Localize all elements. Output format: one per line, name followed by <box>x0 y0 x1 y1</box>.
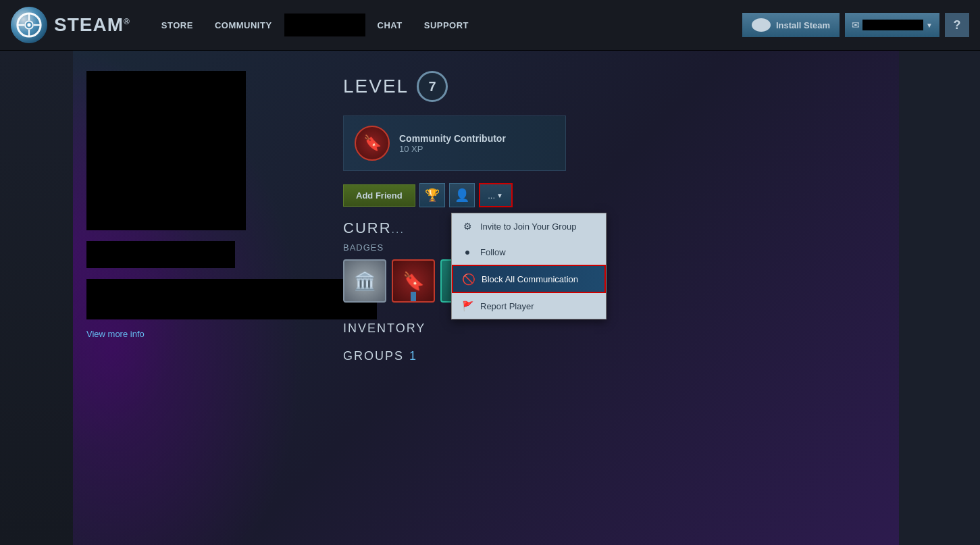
currently-playing-section: Curr... <box>343 219 879 237</box>
dropdown-report-label: Report Player <box>480 301 534 311</box>
contributor-card: 🔖 Community Contributor 10 XP <box>343 115 566 171</box>
steam-wordmark: STEAM® <box>54 14 130 36</box>
inventory-label: Inventory <box>343 321 425 335</box>
main-nav: STORE COMMUNITY CHAT SUPPORT <box>152 14 478 36</box>
dropdown-follow-label: Follow <box>480 247 506 257</box>
more-chevron-icon: ▼ <box>496 192 503 199</box>
dropdown-invite[interactable]: ⚙ Invite to Join Your Group <box>452 213 606 239</box>
level-badge: 7 <box>417 71 448 102</box>
contributor-xp: 10 XP <box>399 144 506 154</box>
report-icon: 🚩 <box>461 300 473 312</box>
right-sidebar <box>899 51 980 545</box>
dropdown-invite-label: Invite to Join Your Group <box>480 222 576 232</box>
dropdown-arrow-icon: ▼ <box>926 22 933 29</box>
inventory-section: Inventory <box>343 321 879 336</box>
currently-ellipsis: ... <box>392 224 405 235</box>
messages-button[interactable]: ✉ ▼ <box>845 13 939 37</box>
contributor-title: Community Contributor <box>399 133 506 144</box>
content-area: View more info Level 7 🔖 Community Contr… <box>73 51 899 389</box>
help-button[interactable]: ? <box>945 13 969 37</box>
nav-support[interactable]: SUPPORT <box>415 15 478 36</box>
top-bar: STEAM® STORE COMMUNITY CHAT SUPPORT Inst… <box>0 0 980 51</box>
person-icon: 👤 <box>455 188 469 203</box>
install-steam-icon <box>752 18 771 32</box>
nav-username[interactable] <box>284 14 365 36</box>
add-friend-label: Add Friend <box>356 190 403 201</box>
block-icon: 🚫 <box>463 273 475 285</box>
main-content: View more info Level 7 🔖 Community Contr… <box>73 51 899 545</box>
more-options-button[interactable]: ... ▼ <box>479 183 513 207</box>
profile-avatar <box>86 71 246 230</box>
groups-label: Groups <box>343 349 404 363</box>
page-wrapper: View more info Level 7 🔖 Community Contr… <box>0 51 980 545</box>
badges-row: 🏛️ 🔖 5+ <box>343 259 879 308</box>
profile-left: View more info <box>73 64 323 375</box>
dropdown-menu: ⚙ Invite to Join Your Group ● Follow 🚫 B… <box>451 213 607 319</box>
install-steam-button[interactable]: Install Steam <box>742 13 840 37</box>
level-label: Level <box>343 76 409 97</box>
more-dots-label: ... <box>488 190 495 201</box>
envelope-icon: ✉ <box>852 20 860 30</box>
profile-name-blacked <box>86 241 235 268</box>
badges-title: Badges <box>343 242 879 253</box>
follow-icon: ● <box>461 246 473 258</box>
badge-ribbon <box>411 292 416 301</box>
level-number: 7 <box>429 79 436 95</box>
top-bar-right: Install Steam ✉ ▼ ? <box>742 13 969 37</box>
groups-count: 1 <box>409 349 417 363</box>
badge-img-red: 🔖 <box>392 259 435 303</box>
dropdown-block[interactable]: 🚫 Block All Communication <box>452 265 606 293</box>
nav-store[interactable]: STORE <box>152 15 203 36</box>
trophy-icon-button[interactable]: 🏆 <box>419 183 445 207</box>
dropdown-follow[interactable]: ● Follow <box>452 239 606 265</box>
badge-item-2[interactable]: 🔖 <box>392 259 435 308</box>
currently-label: Curr <box>343 219 392 236</box>
badges-section: Badges 🏛️ 🔖 <box>343 242 879 308</box>
groups-section: Groups 1 <box>343 349 879 363</box>
contributor-info: Community Contributor 10 XP <box>399 133 506 154</box>
person-icon-button[interactable]: 👤 <box>449 183 475 207</box>
badge-img-silver: 🏛️ <box>343 259 386 303</box>
top-bar-left: STEAM® STORE COMMUNITY CHAT SUPPORT <box>11 7 478 43</box>
view-more-info-link[interactable]: View more info <box>86 329 145 339</box>
badge-item-1[interactable]: 🏛️ <box>343 259 386 308</box>
nav-chat[interactable]: CHAT <box>368 15 412 36</box>
steam-logo-icon <box>11 7 47 43</box>
invite-icon: ⚙ <box>461 220 473 232</box>
level-row: Level 7 <box>343 71 879 102</box>
add-friend-button[interactable]: Add Friend <box>343 184 415 207</box>
dropdown-report[interactable]: 🚩 Report Player <box>452 293 606 319</box>
install-steam-label: Install Steam <box>776 20 830 30</box>
steam-logo[interactable]: STEAM® <box>11 7 130 43</box>
username-blacked-box <box>862 20 923 30</box>
trophy-icon: 🏆 <box>425 188 440 203</box>
contributor-badge-icon: 🔖 <box>355 126 390 161</box>
badge-red-icon: 🔖 <box>403 271 424 292</box>
badge-silver-icon: 🏛️ <box>354 271 376 292</box>
help-icon: ? <box>954 18 961 32</box>
nav-community[interactable]: COMMUNITY <box>205 15 282 36</box>
profile-right: Level 7 🔖 Community Contributor 10 XP <box>323 64 899 375</box>
dropdown-block-label: Block All Communication <box>482 274 578 284</box>
left-sidebar <box>0 51 73 545</box>
action-row: Add Friend 🏆 👤 ... ▼ ⚙ <box>343 183 879 207</box>
steam-icon-svg <box>16 12 42 38</box>
